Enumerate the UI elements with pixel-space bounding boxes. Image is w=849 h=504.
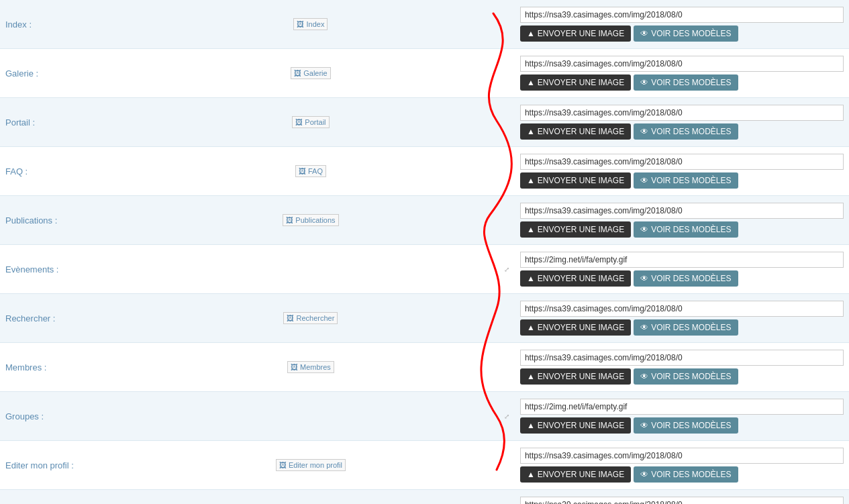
table-row: Groupes :⤢▲ ENVOYER UNE IMAGE👁 VOIR DES … [0, 392, 849, 441]
url-input[interactable] [520, 399, 844, 415]
url-input[interactable] [520, 252, 844, 268]
see-models-button[interactable]: 👁 VOIR DES MODÈLES [634, 270, 738, 287]
table-row: Evènements :⤢▲ ENVOYER UNE IMAGE👁 VOIR D… [0, 245, 849, 294]
eye-icon: 👁 [640, 225, 648, 234]
row-label: Evènements : [0, 245, 123, 294]
url-input[interactable] [520, 105, 844, 121]
see-models-button[interactable]: 👁 VOIR DES MODÈLES [634, 221, 738, 238]
url-input[interactable] [520, 448, 844, 464]
eye-icon: 👁 [640, 372, 648, 381]
upload-icon: ▲ [527, 225, 535, 234]
see-models-button[interactable]: 👁 VOIR DES MODÈLES [634, 417, 738, 434]
upload-icon: ▲ [527, 470, 535, 479]
see-models-button[interactable]: 👁 VOIR DES MODÈLES [634, 172, 738, 189]
preview-link[interactable]: 🖼 Editer mon profil [276, 460, 346, 470]
send-image-button[interactable]: ▲ ENVOYER UNE IMAGE [520, 123, 631, 140]
row-controls: ▲ ENVOYER UNE IMAGE👁 VOIR DES MODÈLES [515, 343, 849, 392]
row-preview: 🖼 Membres [123, 343, 499, 392]
button-group: ▲ ENVOYER UNE IMAGE👁 VOIR DES MODÈLES [520, 74, 844, 91]
table-row: Galerie :🖼 Galerie▲ ENVOYER UNE IMAGE👁 V… [0, 49, 849, 98]
row-preview: 🖼 Portail [123, 98, 499, 147]
button-group: ▲ ENVOYER UNE IMAGE👁 VOIR DES MODÈLES [520, 368, 844, 385]
row-label: Messages privés : [0, 490, 123, 505]
url-input[interactable] [520, 203, 844, 219]
row-controls: ▲ ENVOYER UNE IMAGE👁 VOIR DES MODÈLES [515, 196, 849, 245]
resize-handle-cell [499, 49, 515, 98]
url-input[interactable] [520, 497, 844, 504]
send-image-button[interactable]: ▲ ENVOYER UNE IMAGE [520, 172, 631, 189]
url-input[interactable] [520, 7, 844, 23]
row-preview [123, 392, 499, 441]
row-preview: 🖼 Editer mon profil [123, 441, 499, 490]
send-image-button[interactable]: ▲ ENVOYER UNE IMAGE [520, 417, 631, 434]
row-label: Editer mon profil : [0, 441, 123, 490]
send-image-button[interactable]: ▲ ENVOYER UNE IMAGE [520, 466, 631, 483]
send-image-button[interactable]: ▲ ENVOYER UNE IMAGE [520, 221, 631, 238]
eye-icon: 👁 [640, 176, 648, 185]
row-controls: ▲ ENVOYER UNE IMAGE👁 VOIR DES MODÈLES [515, 294, 849, 343]
url-input[interactable] [520, 56, 844, 72]
eye-icon: 👁 [640, 323, 648, 332]
see-models-button[interactable]: 👁 VOIR DES MODÈLES [634, 123, 738, 140]
row-preview [123, 245, 499, 294]
button-group: ▲ ENVOYER UNE IMAGE👁 VOIR DES MODÈLES [520, 466, 844, 483]
see-models-button[interactable]: 👁 VOIR DES MODÈLES [634, 319, 738, 336]
send-image-button[interactable]: ▲ ENVOYER UNE IMAGE [520, 74, 631, 91]
eye-icon: 👁 [640, 29, 648, 38]
row-label: FAQ : [0, 147, 123, 196]
row-preview: 🖼 Rechercher [123, 294, 499, 343]
main-table: Index :🖼 Index▲ ENVOYER UNE IMAGE👁 VOIR … [0, 0, 849, 504]
url-input[interactable] [520, 350, 844, 366]
resize-icon[interactable]: ⤢ [504, 413, 509, 420]
resize-handle-cell [499, 294, 515, 343]
preview-link[interactable]: 🖼 FAQ [295, 166, 326, 176]
row-label: Index : [0, 0, 123, 49]
upload-icon: ▲ [527, 372, 535, 381]
preview-link[interactable]: 🖼 Portail [292, 117, 329, 127]
send-image-button[interactable]: ▲ ENVOYER UNE IMAGE [520, 319, 631, 336]
table-row: Messages privés :🖼 Messages privés▲ ENVO… [0, 490, 849, 505]
upload-icon: ▲ [527, 29, 535, 38]
resize-icon[interactable]: ⤢ [504, 266, 509, 273]
see-models-button[interactable]: 👁 VOIR DES MODÈLES [634, 74, 738, 91]
row-controls: ▲ ENVOYER UNE IMAGE👁 VOIR DES MODÈLES [515, 98, 849, 147]
row-preview: 🖼 Galerie [123, 49, 499, 98]
eye-icon: 👁 [640, 274, 648, 283]
send-image-button[interactable]: ▲ ENVOYER UNE IMAGE [520, 26, 631, 42]
resize-handle-cell: ⤢ [499, 245, 515, 294]
eye-icon: 👁 [640, 421, 648, 430]
see-models-button[interactable]: 👁 VOIR DES MODÈLES [634, 466, 738, 483]
resize-handle-cell: ⤢ [499, 392, 515, 441]
row-label: Groupes : [0, 392, 123, 441]
button-group: ▲ ENVOYER UNE IMAGE👁 VOIR DES MODÈLES [520, 270, 844, 287]
upload-icon: ▲ [527, 176, 535, 185]
table-row: Index :🖼 Index▲ ENVOYER UNE IMAGE👁 VOIR … [0, 0, 849, 49]
button-group: ▲ ENVOYER UNE IMAGE👁 VOIR DES MODÈLES [520, 26, 844, 42]
row-controls: ▲ ENVOYER UNE IMAGE👁 VOIR DES MODÈLES [515, 0, 849, 49]
table-row: FAQ :🖼 FAQ▲ ENVOYER UNE IMAGE👁 VOIR DES … [0, 147, 849, 196]
button-group: ▲ ENVOYER UNE IMAGE👁 VOIR DES MODÈLES [520, 319, 844, 336]
preview-link[interactable]: 🖼 Index [293, 19, 328, 29]
preview-link[interactable]: 🖼 Rechercher [283, 313, 338, 323]
row-preview: 🖼 Publications [123, 196, 499, 245]
upload-icon: ▲ [527, 127, 535, 136]
send-image-button[interactable]: ▲ ENVOYER UNE IMAGE [520, 270, 631, 287]
see-models-button[interactable]: 👁 VOIR DES MODÈLES [634, 26, 738, 42]
row-controls: ▲ ENVOYER UNE IMAGE👁 VOIR DES MODÈLES [515, 490, 849, 505]
row-controls: ▲ ENVOYER UNE IMAGE👁 VOIR DES MODÈLES [515, 49, 849, 98]
eye-icon: 👁 [640, 470, 648, 479]
row-controls: ▲ ENVOYER UNE IMAGE👁 VOIR DES MODÈLES [515, 147, 849, 196]
row-label: Portail : [0, 98, 123, 147]
row-preview: 🖼 Messages privés [123, 490, 499, 505]
row-controls: ▲ ENVOYER UNE IMAGE👁 VOIR DES MODÈLES [515, 245, 849, 294]
preview-link[interactable]: 🖼 Publications [283, 215, 338, 225]
preview-link[interactable]: 🖼 Membres [287, 362, 334, 372]
url-input[interactable] [520, 154, 844, 170]
eye-icon: 👁 [640, 127, 648, 136]
send-image-button[interactable]: ▲ ENVOYER UNE IMAGE [520, 368, 631, 385]
upload-icon: ▲ [527, 323, 535, 332]
table-row: Publications :🖼 Publications▲ ENVOYER UN… [0, 196, 849, 245]
url-input[interactable] [520, 301, 844, 317]
see-models-button[interactable]: 👁 VOIR DES MODÈLES [634, 368, 738, 385]
preview-link[interactable]: 🖼 Galerie [291, 68, 331, 78]
